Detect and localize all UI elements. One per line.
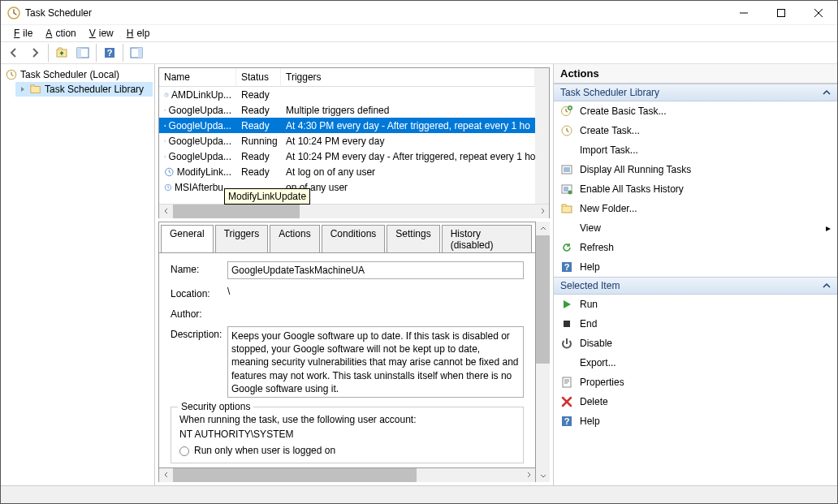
section-library[interactable]: Task Scheduler Library (554, 84, 837, 101)
col-status[interactable]: Status (236, 68, 281, 86)
action-enable-all-tasks-history[interactable]: Enable All Tasks History (554, 179, 837, 199)
description-field[interactable] (227, 326, 524, 398)
task-row[interactable]: GoogleUpda...RunningAt 10:24 PM every da… (159, 133, 535, 149)
action-icon (560, 144, 573, 157)
action-icon (560, 376, 573, 389)
task-row[interactable]: GoogleUpda...ReadyAt 4:30 PM every day -… (159, 118, 535, 133)
action-icon (560, 317, 573, 330)
section-selected-item[interactable]: Selected Item (554, 277, 837, 295)
action-icon (560, 105, 573, 118)
action-import-task[interactable]: Import Task... (554, 140, 837, 160)
svg-rect-8 (138, 48, 142, 58)
name-field[interactable] (227, 261, 524, 279)
statusbar (1, 485, 837, 503)
tab-triggers[interactable]: Triggers (215, 225, 269, 253)
action-icon (560, 337, 573, 350)
maximize-button[interactable] (762, 1, 800, 25)
task-list-header: Name Status Triggers (159, 68, 535, 87)
action-icon: ? (560, 261, 573, 274)
action-icon (560, 183, 573, 196)
action-run[interactable]: Run (554, 295, 837, 314)
window-title: Task Scheduler (25, 7, 725, 19)
task-row[interactable]: GoogleUpda...ReadyAt 10:24 PM every day … (159, 149, 535, 164)
action-delete[interactable]: Delete (554, 392, 837, 411)
tree-root[interactable]: Task Scheduler (Local) (2, 67, 153, 82)
svg-rect-27 (564, 321, 570, 327)
titlebar: Task Scheduler (1, 1, 837, 25)
task-list: Name Status Triggers AMDLinkUp...ReadyGo… (158, 67, 550, 218)
security-text: When running the task, use the following… (179, 414, 515, 425)
details-vscroll[interactable] (536, 222, 550, 482)
collapse-icon (823, 282, 831, 290)
task-list-vscroll[interactable] (535, 68, 549, 204)
task-row[interactable]: AMDLinkUp...Ready (159, 87, 535, 102)
action-disable[interactable]: Disable (554, 334, 837, 353)
action-help[interactable]: ?Help (554, 257, 837, 277)
tree-pane: Task Scheduler (Local) Task Scheduler Li… (1, 64, 155, 485)
menu-file[interactable]: File (7, 26, 36, 41)
action-icon (560, 395, 573, 408)
menubar: File Action View Help (1, 25, 837, 41)
author-label: Author: (171, 306, 227, 320)
details-tabpanel: General Triggers Actions Conditions Sett… (158, 222, 536, 482)
action-icon (560, 163, 573, 176)
action-export[interactable]: Export... (554, 353, 837, 373)
description-label: Description: (171, 326, 227, 340)
details-hscroll[interactable] (159, 467, 535, 481)
tree-library[interactable]: Task Scheduler Library (15, 82, 153, 97)
menu-help[interactable]: Help (120, 26, 153, 41)
show-hide-console-tree-button[interactable] (73, 43, 93, 62)
back-button[interactable] (4, 43, 24, 62)
forward-button[interactable] (25, 43, 45, 62)
action-view[interactable]: View▸ (554, 218, 837, 238)
actions-pane: Actions Task Scheduler Library Create Ba… (553, 64, 837, 485)
radio-logged-on[interactable]: Run only when user is logged on (179, 445, 515, 456)
col-name[interactable]: Name (159, 68, 236, 86)
action-refresh[interactable]: Refresh (554, 238, 837, 257)
tab-history[interactable]: History (disabled) (442, 225, 532, 253)
tree-root-label: Task Scheduler (Local) (20, 69, 119, 80)
menu-action[interactable]: Action (39, 26, 79, 41)
svg-rect-1 (778, 9, 785, 16)
task-row[interactable]: GoogleUpda...ReadyMultiple triggers defi… (159, 102, 535, 118)
action-create-basic-task[interactable]: Create Basic Task... (554, 101, 837, 121)
actions-header: Actions (554, 64, 837, 84)
action-properties[interactable]: Properties (554, 373, 837, 392)
action-icon: ? (560, 415, 573, 428)
help-toolbar-button[interactable]: ? (100, 43, 119, 62)
action-create-task[interactable]: Create Task... (554, 121, 837, 140)
minimize-button[interactable] (725, 1, 762, 25)
svg-rect-28 (563, 377, 571, 387)
up-button[interactable] (52, 43, 71, 62)
action-help[interactable]: ?Help (554, 411, 837, 431)
action-new-folder[interactable]: New Folder... (554, 199, 837, 218)
action-icon (560, 222, 573, 235)
svg-text:?: ? (107, 48, 113, 58)
tab-settings[interactable]: Settings (387, 225, 439, 253)
name-label: Name: (171, 261, 227, 275)
svg-rect-10 (31, 87, 40, 93)
tree-library-label: Task Scheduler Library (45, 84, 144, 95)
action-end[interactable]: End (554, 314, 837, 334)
task-row[interactable]: ModifyLink...ReadyAt log on of any user (159, 164, 535, 179)
app-icon (7, 6, 20, 19)
svg-text:?: ? (564, 262, 570, 272)
action-display-all-running-tasks[interactable]: Display All Running Tasks (554, 160, 837, 179)
close-button[interactable] (800, 1, 837, 25)
task-row[interactable]: MSIAfterbu... on of any user (159, 179, 535, 195)
task-list-hscroll[interactable] (159, 204, 549, 218)
show-hide-action-pane-button[interactable] (127, 43, 146, 62)
col-triggers[interactable]: Triggers (281, 68, 535, 86)
menu-view[interactable]: View (83, 26, 117, 41)
tab-conditions[interactable]: Conditions (322, 225, 386, 253)
action-icon (560, 298, 573, 311)
expander-icon[interactable] (19, 85, 27, 93)
tab-actions[interactable]: Actions (270, 225, 319, 253)
collapse-icon (823, 88, 831, 97)
tab-general[interactable]: General (161, 225, 214, 253)
svg-text:?: ? (564, 416, 570, 426)
action-icon (560, 241, 573, 254)
svg-point-23 (568, 191, 572, 195)
security-legend: Security options (178, 401, 253, 412)
security-account: NT AUTHORITY\SYSTEM (179, 429, 515, 440)
